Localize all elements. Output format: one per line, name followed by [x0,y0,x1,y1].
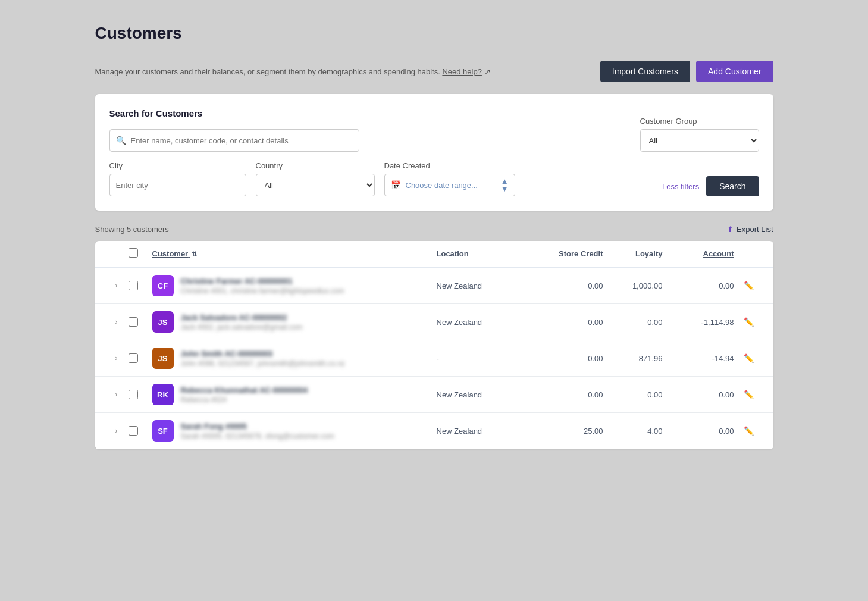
customer-group-label: Customer Group [640,117,759,126]
expand-row-button[interactable]: › [105,427,129,435]
customers-table: Customer ⇅ Location Store Credit Loyalty… [95,241,773,449]
name-search-group: Search for Customers 🔍 [109,108,631,152]
table-row: › JS Jack Salvadore AC-00000002 Jack #00… [95,304,773,340]
avatar: JS [152,311,174,333]
customer-name: John Smith AC-00000003 [181,349,345,358]
page-title: Customers [95,24,773,43]
sort-icon: ⇅ [192,251,197,258]
avatar: CF [152,275,174,296]
customer-cell: SF Sarah Fong #0005 Sarah #0005, 0213456… [152,420,437,442]
help-link[interactable]: Need help? [442,67,482,76]
add-customer-button[interactable]: Add Customer [696,61,773,82]
select-all-checkbox[interactable] [129,248,138,258]
edit-customer-button[interactable]: ✏️ [734,390,764,399]
results-count: Showing 5 customers [95,225,169,234]
customer-detail: Christine #001, christine.farmer@lightsp… [181,287,344,295]
date-range-wrapper[interactable]: 📅 Choose date range... ▲ ▼ [384,174,515,196]
edit-customer-button[interactable]: ✏️ [734,353,764,363]
city-input[interactable] [109,174,246,196]
location-cell: - [437,354,544,363]
page-description: Manage your customers and their balances… [95,67,491,76]
customer-detail: Rebecca #024 [181,396,308,404]
results-bar: Showing 5 customers ⬆ Export List [95,225,773,234]
account-cell: 0.00 [663,427,734,436]
search-button[interactable]: Search [706,176,759,196]
account-cell: 0.00 [663,281,734,290]
date-group: Date Created 📅 Choose date range... ▲ ▼ [384,161,515,196]
date-arrows: ▲ ▼ [501,177,509,193]
loyalty-col-header: Loyalty [603,249,663,258]
search-section-title: Search for Customers [109,108,631,118]
location-cell: New Zealand [437,318,544,327]
row-checkbox[interactable] [129,281,138,290]
expand-row-button[interactable]: › [105,390,129,399]
customer-detail: Sarah #0005, 021345678, sfong@customer.c… [181,432,334,440]
store-credit-cell: 0.00 [544,318,603,327]
customer-cell: RK Rebecca Khunnathat AC-00000004 Rebecc… [152,384,437,405]
avatar: SF [152,420,174,442]
country-label: Country [256,161,375,170]
date-label: Date Created [384,161,515,170]
location-cell: New Zealand [437,390,544,399]
date-placeholder: Choose date range... [406,181,478,190]
calendar-icon: 📅 [391,180,401,190]
export-list-button[interactable]: ⬆ Export List [727,225,773,234]
store-credit-cell: 0.00 [544,390,603,399]
top-bar: Manage your customers and their balances… [95,61,773,82]
customer-name: Christine Farmer AC-00000001 [181,277,344,286]
name-search-input[interactable] [131,136,353,145]
less-filters-button[interactable]: Less filters [662,182,699,191]
customer-info: Jack Salvadore AC-00000002 Jack #002, ja… [181,313,303,331]
table-row: › RK Rebecca Khunnathat AC-00000004 Rebe… [95,377,773,413]
edit-customer-button[interactable]: ✏️ [734,317,764,327]
customer-col-header[interactable]: Customer ⇅ [152,249,437,258]
filter-actions: Less filters Search [662,176,759,196]
avatar: RK [152,384,174,405]
table-row: › JS John Smith AC-00000003 John #098, 0… [95,340,773,377]
import-customers-button[interactable]: Import Customers [600,61,690,82]
loyalty-cell: 871.96 [603,354,663,363]
customer-detail: Jack #002, jack.salvadore@gmail.com [181,323,303,331]
row-checkbox[interactable] [129,317,138,327]
expand-row-button[interactable]: › [105,281,129,290]
city-label: City [109,161,246,170]
customer-detail: John #098, 021234567, johnsmith@johnsmit… [181,359,345,368]
export-label: Export List [737,225,773,234]
city-group: City [109,161,246,196]
customer-name: Sarah Fong #0005 [181,422,334,431]
customer-name: Jack Salvadore AC-00000002 [181,313,303,322]
loyalty-cell: 1,000.00 [603,281,663,290]
edit-customer-button[interactable]: ✏️ [734,426,764,436]
expand-row-button[interactable]: › [105,354,129,362]
action-buttons: Import Customers Add Customer [600,61,773,82]
row-checkbox[interactable] [129,353,138,363]
account-cell: -14.94 [663,354,734,363]
row-checkbox[interactable] [129,426,138,436]
loyalty-cell: 0.00 [603,318,663,327]
store-credit-cell: 0.00 [544,354,603,363]
location-cell: New Zealand [437,427,544,436]
store-credit-cell: 0.00 [544,281,603,290]
country-select[interactable]: All [256,174,375,196]
customer-group-group: Customer Group All [640,117,759,152]
loyalty-cell: 4.00 [603,427,663,436]
store-credit-col-header: Store Credit [544,249,603,258]
header-checkbox-cell [129,248,152,259]
loyalty-cell: 0.00 [603,390,663,399]
account-col-header[interactable]: Account [663,249,734,258]
row-checkbox[interactable] [129,390,138,399]
customer-name: Rebecca Khunnathat AC-00000004 [181,386,308,395]
edit-customer-button[interactable]: ✏️ [734,281,764,290]
table-body: › CF Christine Farmer AC-00000001 Christ… [95,268,773,449]
account-cell: -1,114.98 [663,318,734,327]
table-row: › SF Sarah Fong #0005 Sarah #0005, 02134… [95,413,773,449]
search-panel: Search for Customers 🔍 Customer Group Al… [95,94,773,211]
name-search-wrapper[interactable]: 🔍 [109,129,359,152]
export-icon: ⬆ [727,225,734,234]
customer-cell: JS John Smith AC-00000003 John #098, 021… [152,348,437,369]
customer-group-select[interactable]: All [640,129,759,152]
store-credit-cell: 25.00 [544,427,603,436]
expand-row-button[interactable]: › [105,318,129,326]
table-row: › CF Christine Farmer AC-00000001 Christ… [95,268,773,304]
location-col-header: Location [437,249,544,258]
